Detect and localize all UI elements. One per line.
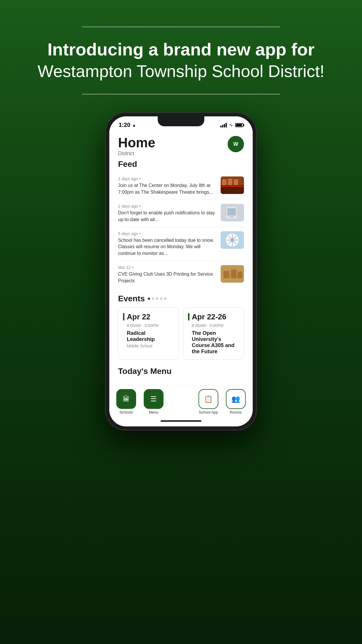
app-title: Home bbox=[118, 136, 155, 149]
school-app-icon: 📋 bbox=[204, 396, 213, 402]
event-location: Middle School bbox=[127, 344, 174, 348]
app-content: Home District W Feed 2 days ago • bbox=[109, 130, 253, 385]
svg-point-17 bbox=[231, 238, 234, 242]
headline-regular: Westampton Township School District! bbox=[38, 60, 324, 82]
feed-meta: Mar 12 • bbox=[118, 265, 217, 270]
menu-section: Today's Menu bbox=[118, 367, 244, 376]
feed-item[interactable]: 2 days ago • Don't forget to enable push… bbox=[118, 200, 244, 227]
svg-rect-4 bbox=[234, 179, 238, 185]
location-arrow-icon: ▲ bbox=[132, 123, 136, 127]
nav-item-school-app[interactable]: 📋 School App bbox=[196, 389, 221, 414]
menu-nav-button[interactable]: ☰ bbox=[144, 389, 164, 409]
menu-icon: ☰ bbox=[150, 396, 157, 402]
events-header: Events bbox=[118, 294, 244, 303]
school-app-nav-button[interactable]: 📋 bbox=[198, 389, 218, 409]
feed-body: School has been cancelled today due to s… bbox=[118, 237, 217, 257]
school-logo[interactable]: W bbox=[228, 136, 244, 152]
status-time: 1:20 ▲ bbox=[119, 122, 136, 128]
app-subtitle: District bbox=[118, 150, 155, 157]
feed-image-snow bbox=[221, 231, 244, 249]
event-name: Radical Leadership bbox=[127, 330, 174, 342]
schools-nav-label: Schools bbox=[120, 410, 133, 414]
svg-rect-5 bbox=[221, 186, 244, 187]
feed-meta: 2 days ago • bbox=[118, 204, 217, 209]
feed-body: CVE Giving Club Uses 3D Printing for Ser… bbox=[118, 271, 217, 284]
nav-item-menu[interactable]: ☰ Menu bbox=[141, 389, 166, 414]
schools-icon: 🏛 bbox=[123, 396, 130, 402]
headline: Introducing a brand new app for Westampt… bbox=[20, 39, 342, 82]
phone-mockup: 1:20 ▲ ∿ bbox=[105, 112, 257, 430]
feed-item[interactable]: Mar 12 • CVE Giving Club Uses 3D Printin… bbox=[118, 261, 244, 288]
feed-body: Don't forget to enable push notification… bbox=[118, 210, 217, 223]
dot bbox=[164, 298, 166, 300]
feed-body: Join us at The Center on Monday, July 8t… bbox=[118, 182, 217, 195]
svg-rect-3 bbox=[228, 179, 232, 185]
notch bbox=[158, 116, 204, 126]
nav-item-rooms[interactable]: 👥 Rooms bbox=[224, 389, 248, 414]
menu-section-title: Today's Menu bbox=[118, 367, 244, 376]
app-header: Home District W bbox=[118, 130, 244, 160]
schools-nav-button[interactable]: 🏛 bbox=[116, 389, 136, 409]
svg-rect-10 bbox=[221, 204, 244, 221]
signal-icon bbox=[220, 123, 227, 127]
svg-rect-2 bbox=[222, 179, 226, 185]
phone-inner: 1:20 ▲ ∿ bbox=[109, 116, 253, 426]
dot bbox=[152, 298, 154, 300]
feed-section-title: Feed bbox=[118, 160, 244, 169]
home-indicator bbox=[109, 417, 253, 426]
bottom-nav: 🏛 Schools ☰ Menu 📋 School App bbox=[109, 385, 253, 417]
feed-meta: 5 days ago • bbox=[118, 231, 217, 236]
events-section-title: Events bbox=[118, 294, 145, 303]
battery-icon bbox=[235, 123, 243, 127]
event-date: Apr 22-26 bbox=[188, 312, 239, 321]
feed-item[interactable]: 2 days ago • Join us at The Center on Mo… bbox=[118, 172, 244, 200]
phone-outer: 1:20 ▲ ∿ bbox=[105, 112, 257, 430]
dot bbox=[160, 298, 162, 300]
svg-rect-22 bbox=[221, 265, 244, 283]
top-divider bbox=[82, 26, 280, 27]
nav-item-schools[interactable]: 🏛 Schools bbox=[114, 389, 138, 414]
school-app-nav-label: School App bbox=[199, 410, 218, 414]
dot-active bbox=[148, 298, 150, 300]
wifi-icon: ∿ bbox=[229, 122, 233, 128]
feed-image-phone bbox=[221, 204, 244, 221]
feed-image-3dprint bbox=[221, 265, 244, 283]
events-dots bbox=[148, 298, 166, 300]
bottom-divider bbox=[82, 94, 280, 95]
rooms-nav-button[interactable]: 👥 bbox=[226, 389, 246, 409]
home-bar bbox=[161, 420, 201, 422]
rooms-icon: 👥 bbox=[231, 396, 240, 402]
status-bar: 1:20 ▲ ∿ bbox=[109, 116, 253, 130]
menu-nav-label: Menu bbox=[149, 410, 159, 414]
feed-meta: 2 days ago • bbox=[118, 176, 217, 181]
feed-item[interactable]: 5 days ago • School has been cancelled t… bbox=[118, 227, 244, 261]
status-icons: ∿ bbox=[220, 122, 243, 128]
event-card[interactable]: Apr 22 8:00AM - 5:00PM Radical Leadershi… bbox=[118, 307, 179, 360]
header-text: Home District bbox=[118, 136, 155, 157]
rooms-nav-label: Rooms bbox=[230, 410, 242, 414]
event-time: 8:00AM - 5:00PM bbox=[127, 323, 174, 328]
event-card[interactable]: Apr 22-26 8:00AM - 5:00PM The Open Unive… bbox=[183, 307, 244, 360]
events-row: Apr 22 8:00AM - 5:00PM Radical Leadershi… bbox=[118, 307, 244, 360]
headline-bold: Introducing a brand new app for bbox=[38, 39, 324, 60]
feed-image-theater bbox=[221, 176, 244, 194]
event-date: Apr 22 bbox=[123, 312, 174, 321]
dot bbox=[156, 298, 158, 300]
event-name: The Open University's Course A305 and th… bbox=[192, 330, 239, 355]
event-time: 8:00AM - 5:00PM bbox=[192, 323, 239, 328]
